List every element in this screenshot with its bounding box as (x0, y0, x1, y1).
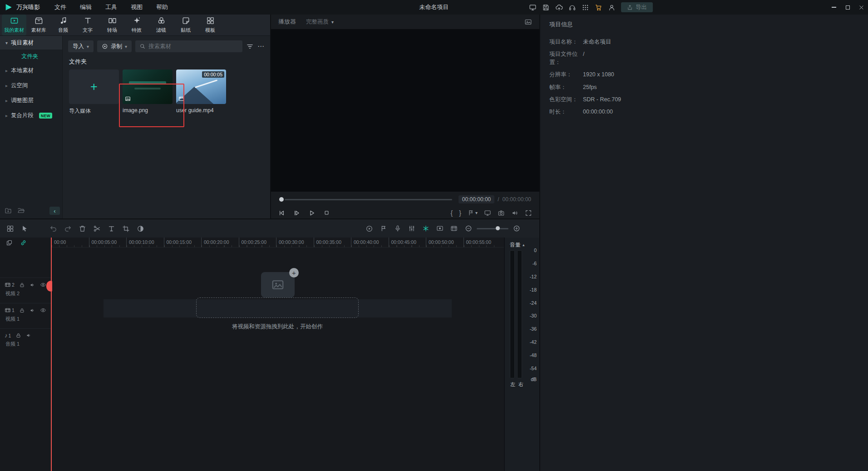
import-media-thumb[interactable]: + (69, 69, 119, 104)
marker-icon[interactable] (380, 225, 387, 232)
cloud-upload-icon[interactable] (555, 4, 563, 11)
mute-speaker-icon[interactable] (30, 307, 35, 313)
seek-knob[interactable] (279, 197, 284, 202)
image-thumbnail[interactable] (123, 69, 173, 104)
media-item-image[interactable]: image.png (123, 69, 173, 115)
tab-filters[interactable]: 滤镜 (149, 15, 173, 35)
import-media-card[interactable]: + 导入媒体 (69, 69, 119, 115)
close-button[interactable] (854, 0, 868, 15)
open-folder-icon[interactable] (17, 207, 25, 214)
split-scissors-icon[interactable] (93, 225, 101, 233)
filter-icon[interactable] (246, 43, 254, 50)
zoom-out-icon[interactable] (465, 225, 472, 232)
import-button[interactable]: 导入 ▾ (68, 40, 94, 52)
smart-cut-icon[interactable] (422, 225, 429, 232)
media-item-video[interactable]: 00:00:05 user guide.mp4 (176, 69, 226, 115)
tab-text[interactable]: 文字 (75, 15, 100, 35)
render-preview-icon[interactable] (365, 225, 373, 233)
audio-mixer-icon[interactable] (408, 225, 415, 232)
collapse-sidebar-button[interactable]: ‹ (49, 207, 60, 215)
play-from-start-button[interactable] (293, 209, 301, 217)
sidebar-item-folder[interactable]: 文件夹 (0, 50, 62, 63)
volume-meter-header[interactable]: 音量 ▴ (510, 240, 525, 249)
sidebar-item-compound-clip[interactable]: ▸ 复合片段 NEW (0, 108, 62, 123)
zoom-slider[interactable] (477, 228, 508, 229)
screen-record-icon[interactable] (436, 225, 444, 232)
zoom-slider-knob[interactable] (496, 226, 500, 230)
text-tool-icon[interactable] (108, 225, 115, 233)
display-mode-icon[interactable] (529, 4, 537, 11)
speaker-icon[interactable] (511, 209, 518, 217)
sidebar-item-project-media[interactable]: ▾ 项目素材 (0, 36, 62, 50)
undo-icon[interactable] (49, 225, 57, 233)
mark-in-icon[interactable]: { (451, 209, 453, 217)
menu-edit[interactable]: 编辑 (80, 3, 92, 11)
seek-track[interactable] (285, 199, 452, 200)
tab-stickers[interactable]: 贴纸 (173, 15, 198, 35)
sidebar-item-cloud-space[interactable]: ▸ 云空间 (0, 78, 62, 93)
store-cart-icon[interactable] (595, 4, 602, 11)
tab-audio[interactable]: 音频 (51, 15, 75, 35)
playhead-handle[interactable] (46, 281, 52, 292)
support-headset-icon[interactable] (568, 4, 576, 11)
color-match-icon[interactable] (137, 225, 144, 233)
delete-icon[interactable] (79, 225, 86, 233)
compare-view-icon[interactable] (524, 18, 532, 26)
lock-icon[interactable] (15, 332, 21, 338)
menu-view[interactable]: 视图 (131, 3, 143, 11)
tab-templates[interactable]: 模板 (198, 15, 222, 35)
sidebar-item-label: 云空间 (11, 82, 28, 89)
record-button[interactable]: 录制 ▾ (97, 40, 132, 52)
chevron-right-icon: ▸ (5, 98, 8, 103)
playhead[interactable] (51, 238, 52, 471)
quality-dropdown[interactable]: 完整画质 ▾ (306, 18, 334, 26)
lock-icon[interactable] (19, 282, 25, 288)
track-name: 视频 1 (5, 316, 51, 322)
tab-stock-library[interactable]: 素材库 (26, 15, 51, 35)
video-thumbnail[interactable]: 00:00:05 (176, 69, 226, 104)
snapshot-camera-icon[interactable] (498, 209, 505, 217)
tab-my-media[interactable]: 我的素材 (2, 15, 26, 35)
menu-help[interactable]: 帮助 (156, 3, 168, 11)
sidebar-item-local-media[interactable]: ▸ 本地素材 (0, 63, 62, 78)
apps-grid-icon[interactable] (582, 4, 589, 11)
duration-badge: 00:00:05 (202, 71, 224, 78)
maximize-button[interactable] (841, 0, 854, 15)
auto-ripple-link-icon[interactable] (20, 239, 27, 246)
mute-speaker-icon[interactable] (30, 282, 35, 288)
workspace-layout-icon[interactable] (6, 225, 14, 233)
second-screen-icon[interactable] (484, 209, 491, 217)
play-button[interactable] (308, 209, 316, 217)
fullscreen-icon[interactable] (525, 209, 532, 217)
stop-button[interactable] (323, 209, 330, 216)
menu-file[interactable]: 文件 (54, 3, 66, 11)
previous-frame-button[interactable] (278, 209, 286, 217)
new-folder-icon[interactable] (5, 207, 12, 214)
lock-icon[interactable] (19, 307, 25, 313)
mute-speaker-icon[interactable] (26, 332, 32, 338)
account-icon[interactable] (608, 4, 616, 11)
more-options-icon[interactable]: ⋯ (257, 42, 265, 50)
tab-effects[interactable]: 特效 (124, 15, 149, 35)
visibility-eye-icon[interactable] (40, 282, 46, 288)
select-tool-icon[interactable] (21, 225, 29, 233)
save-icon[interactable] (542, 4, 550, 11)
media-dropzone[interactable] (196, 297, 359, 318)
chevron-down-icon: ▾ (331, 20, 334, 25)
zoom-in-icon[interactable] (513, 225, 520, 232)
tab-transitions[interactable]: 转场 (100, 15, 124, 35)
mark-out-icon[interactable]: } (459, 209, 461, 217)
timeline-ruler[interactable]: 00:00 00:00:05:00 00:00:10:00 00:00:15:0… (51, 238, 504, 248)
redo-icon[interactable] (64, 225, 72, 233)
crop-icon[interactable] (122, 225, 130, 233)
visibility-eye-icon[interactable] (40, 307, 46, 313)
voiceover-mic-icon[interactable] (394, 225, 401, 232)
filmstrip-view-icon[interactable] (450, 225, 458, 232)
add-marker-button[interactable]: ▾ (468, 209, 478, 216)
sidebar-item-adjustment-layer[interactable]: ▸ 调整图层 (0, 93, 62, 108)
export-button[interactable]: 导出 (621, 2, 653, 12)
menu-tools[interactable]: 工具 (105, 3, 117, 11)
minimize-button[interactable] (827, 0, 841, 15)
manage-tracks-icon[interactable] (6, 239, 13, 246)
search-input[interactable] (148, 43, 238, 50)
